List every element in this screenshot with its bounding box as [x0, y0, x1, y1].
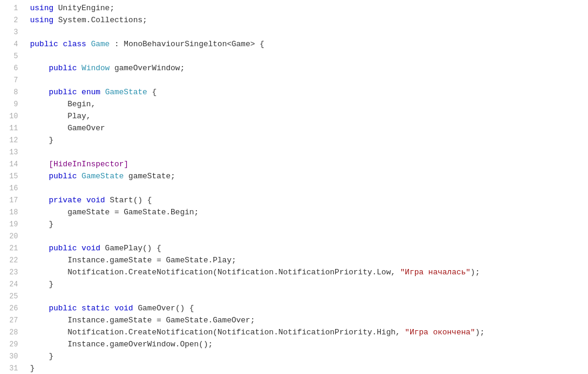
- token-plain: [30, 304, 49, 313]
- token-plain: }: [30, 136, 53, 145]
- line-number: 14: [5, 158, 18, 170]
- token-attr: [HideInInspector]: [49, 160, 129, 169]
- code-line: Instance.gameOverWindow.Open();: [30, 339, 588, 351]
- token-plain: [77, 244, 82, 253]
- token-plain: {: [147, 88, 157, 97]
- code-line: public class Game : MonoBehaviourSingelt…: [30, 38, 588, 50]
- token-plain: [30, 196, 49, 205]
- line-number: 22: [5, 255, 18, 267]
- line-number: 11: [5, 122, 18, 134]
- token-plain: [30, 88, 49, 97]
- line-number: 28: [5, 327, 18, 339]
- token-kw: private: [49, 196, 82, 205]
- code-line: private void Start() {: [30, 195, 588, 207]
- code-line: [30, 182, 588, 195]
- token-plain: : MonoBehaviourSingelton<Game> {: [110, 40, 264, 49]
- token-str: "Игра началась": [400, 268, 470, 277]
- token-cls: GameState: [82, 172, 124, 181]
- token-plain: Play,: [30, 112, 91, 121]
- line-number: 1: [5, 2, 18, 14]
- line-number: 16: [5, 182, 18, 195]
- token-plain: [30, 172, 49, 181]
- line-number: 18: [5, 207, 18, 219]
- line-number: 26: [5, 303, 18, 315]
- token-plain: [77, 88, 82, 97]
- token-kw: public: [30, 40, 58, 49]
- code-line: }: [30, 279, 588, 291]
- token-plain: Begin,: [30, 100, 95, 109]
- token-plain: [77, 172, 82, 181]
- token-plain: GamePlay() {: [100, 244, 161, 253]
- code-line: }: [30, 134, 588, 146]
- token-plain: [30, 64, 49, 73]
- token-plain: }: [30, 280, 53, 289]
- line-number: 23: [5, 267, 18, 279]
- code-line: using System.Collections;: [30, 14, 588, 26]
- code-line: Play,: [30, 110, 588, 122]
- token-plain: }: [30, 364, 35, 373]
- token-plain: );: [470, 268, 480, 277]
- code-content[interactable]: using UnityEngine;using System.Collectio…: [23, 2, 588, 374]
- code-line: [30, 50, 588, 62]
- token-plain: System.Collections;: [53, 16, 147, 25]
- token-plain: Instance.gameState = GameState.GameOver;: [30, 316, 255, 325]
- token-plain: GameOver() {: [133, 304, 194, 313]
- line-number: 17: [5, 195, 18, 207]
- code-line: [30, 26, 588, 38]
- line-number: 31: [5, 363, 18, 374]
- line-number: 9: [5, 98, 18, 110]
- code-line: public Window gameOverWindow;: [30, 62, 588, 74]
- token-str: "Игра окончена": [405, 328, 475, 337]
- token-kw: void: [86, 196, 105, 205]
- line-number: 4: [5, 38, 18, 50]
- code-line: }: [30, 351, 588, 363]
- token-plain: gameState = GameState.Begin;: [30, 208, 199, 217]
- code-line: [30, 291, 588, 303]
- line-number: 7: [5, 74, 18, 86]
- token-plain: Notification.CreateNotification(Notifica…: [30, 328, 405, 337]
- token-plain: Notification.CreateNotification(Notifica…: [30, 268, 400, 277]
- code-editor: 1234567891011121314151617181920212223242…: [0, 0, 588, 374]
- line-number: 20: [5, 231, 18, 243]
- token-plain: [30, 160, 49, 169]
- line-number: 6: [5, 62, 18, 74]
- line-number: 30: [5, 351, 18, 363]
- token-plain: [100, 88, 105, 97]
- token-kw: public: [49, 64, 77, 73]
- line-number: 21: [5, 243, 18, 255]
- line-number: 2: [5, 14, 18, 26]
- token-kw: public: [49, 244, 77, 253]
- code-line: GameOver: [30, 122, 588, 134]
- token-plain: Instance.gameOverWindow.Open();: [30, 340, 213, 349]
- code-line: [HideInInspector]: [30, 158, 588, 170]
- line-number: 10: [5, 110, 18, 122]
- line-number: 15: [5, 170, 18, 182]
- token-plain: UnityEngine;: [53, 4, 114, 13]
- token-plain: Instance.gameState = GameState.Play;: [30, 256, 236, 265]
- token-plain: [58, 40, 63, 49]
- token-kw: public: [49, 88, 77, 97]
- token-kw: public: [49, 304, 77, 313]
- line-number: 13: [5, 146, 18, 158]
- token-plain: }: [30, 352, 53, 361]
- line-number: 25: [5, 291, 18, 303]
- code-line: gameState = GameState.Begin;: [30, 207, 588, 219]
- line-number: 29: [5, 339, 18, 351]
- token-cls: GameState: [105, 88, 147, 97]
- token-plain: }: [30, 220, 53, 229]
- code-line: [30, 74, 588, 86]
- token-plain: [82, 196, 86, 205]
- token-kw: using: [30, 4, 53, 13]
- token-kw: void: [114, 304, 133, 313]
- token-kw: enum: [82, 88, 100, 97]
- token-kw: static: [82, 304, 110, 313]
- token-kw: void: [82, 244, 100, 253]
- code-line: public enum GameState {: [30, 86, 588, 98]
- line-number: 24: [5, 279, 18, 291]
- token-kw: using: [30, 16, 53, 25]
- code-line: Notification.CreateNotification(Notifica…: [30, 267, 588, 279]
- code-line: [30, 231, 588, 243]
- code-line: using UnityEngine;: [30, 2, 588, 14]
- code-line: public static void GameOver() {: [30, 303, 588, 315]
- token-plain: Start() {: [105, 196, 152, 205]
